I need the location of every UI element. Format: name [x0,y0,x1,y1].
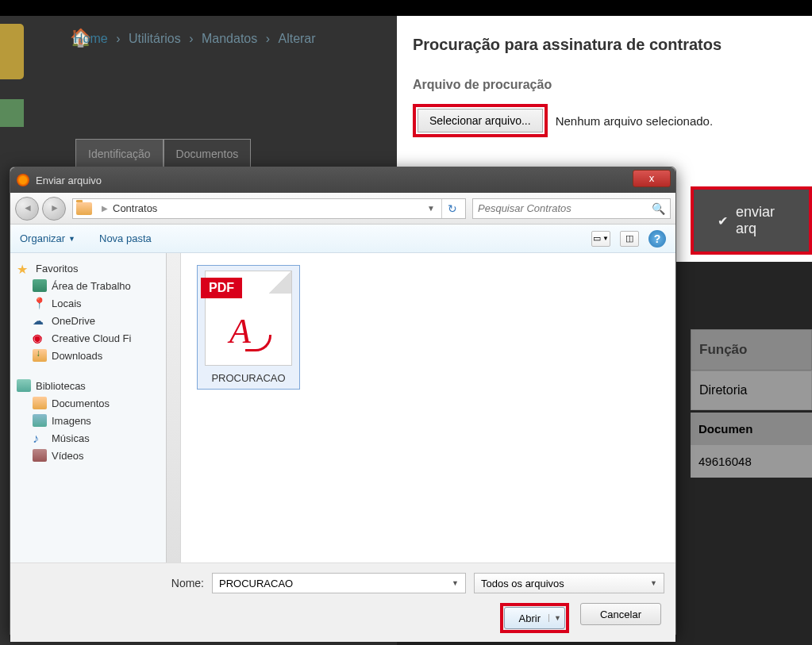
nav-path[interactable]: ▶ Contratos ▼ ↻ [72,198,466,219]
tab-documentos[interactable]: Documentos [164,139,252,169]
dialog-body: ★Favoritos Área de Trabalho 📍Locais ☁One… [10,253,675,562]
open-button[interactable]: Abrir ▼ [504,607,565,629]
page-fold-icon [269,271,291,294]
view-mode-button[interactable]: ▭▼ [591,231,610,247]
table-cell-diretoria: Diretoria [691,370,812,410]
music-icon: ♪ [33,432,47,444]
scrollbar-thumb[interactable] [168,261,179,309]
new-folder-button[interactable]: Nova pasta [99,232,152,244]
chevron-down-icon[interactable]: ▼ [452,579,459,587]
select-file-button[interactable]: Selecionar arquivo... [418,109,543,132]
sidebar-music[interactable]: ♪Músicas [13,429,177,447]
library-icon [17,379,31,392]
firefox-icon [17,174,29,186]
table-header-doc: Documen [691,413,812,445]
pdf-badge: PDF [201,278,242,298]
sidebar-videos[interactable]: Vídeos [13,447,177,464]
bg-table-funcao: Função Diretoria [691,329,812,410]
sidebar-images[interactable]: Imagens [13,412,177,429]
downloads-icon [33,349,47,362]
panel-sublabel: Arquivo de procuração [413,78,796,92]
dialog-titlebar[interactable]: Enviar arquivo x [10,167,675,193]
name-input[interactable]: PROCURACAO ▼ [212,573,466,593]
breadcrumb-l2[interactable]: Mandatos [202,32,257,45]
sidebar-bookmark [0,99,24,127]
search-icon: 🔍 [652,202,665,215]
dialog-sidebar: ★Favoritos Área de Trabalho 📍Locais ☁One… [10,253,181,562]
chevron-down-icon: ▼ [68,235,75,243]
close-button[interactable]: x [633,170,671,187]
preview-pane-button[interactable]: ◫ [620,231,639,247]
videos-icon [33,449,47,462]
enviar-label: enviar arq [736,204,785,237]
breadcrumb: Home › Utilitários › Mandatos › Alterar [71,32,318,46]
documents-icon [33,397,47,409]
adobe-a-icon: A [229,311,251,351]
tab-identificacao[interactable]: Identificação [75,139,164,169]
star-icon: ★ [17,262,31,275]
help-icon[interactable]: ? [648,230,666,248]
panel-title: Procuração para assinatura de contratos [413,36,796,54]
nav-forward-button[interactable] [42,197,66,221]
sidebar-documents[interactable]: Documentos [13,394,177,412]
sidebar-downloads[interactable]: Downloads [13,347,177,364]
sidebar-favorites[interactable]: ★Favoritos [13,259,177,277]
bg-table-documento: Documen 49616048 [691,413,812,478]
images-icon [33,414,47,427]
dialog-toolbar: Organizar ▼ Nova pasta ▭▼ ◫ ? [10,225,675,253]
file-list[interactable]: PDF A PROCURACAO [181,253,675,562]
file-status: Nenhum arquivo selecionado. [556,114,713,128]
bg-tabs: Identificação Documentos [75,139,251,169]
organize-menu[interactable]: Organizar ▼ [20,232,75,244]
sidebar-desktop[interactable]: Área de Trabalho [13,277,177,294]
split-chevron-icon[interactable]: ▼ [548,614,561,622]
path-text: Contratos [113,202,157,214]
creative-cloud-icon: ◉ [33,332,47,344]
file-item-procuracao[interactable]: PDF A PROCURACAO [197,265,300,390]
pdf-file-icon: PDF A [205,271,292,366]
refresh-button[interactable]: ↻ [441,199,462,218]
select-file-highlight: Selecionar arquivo... [413,104,548,137]
table-header-funcao: Função [691,329,812,370]
chevron-down-icon: ▼ [650,579,657,587]
enviar-button[interactable]: ✔ enviar arq [694,190,809,251]
enviar-highlight: ✔ enviar arq [691,186,812,255]
cancel-button[interactable]: Cancelar [580,603,661,625]
search-box[interactable]: 🔍 [472,198,671,219]
sidebar-locais[interactable]: 📍Locais [13,294,177,312]
nav-back-button[interactable] [15,197,39,221]
desktop-icon [33,279,47,292]
breadcrumb-l3: Alterar [278,32,315,45]
open-highlight: Abrir ▼ [500,603,569,633]
file-select-row: Selecionar arquivo... Nenhum arquivo sel… [413,104,796,137]
file-dialog: Enviar arquivo x ▶ Contratos ▼ ↻ 🔍 Organ… [10,167,676,635]
sidebar-onedrive[interactable]: ☁OneDrive [13,312,177,329]
breadcrumb-l1[interactable]: Utilitários [129,32,181,45]
file-type-select[interactable]: Todos os arquivos ▼ [474,573,664,593]
file-name: PROCURACAO [202,372,294,384]
check-icon: ✔ [718,213,728,228]
table-cell-docnum: 49616048 [691,445,812,478]
brand-badge [0,24,24,79]
sidebar-libraries[interactable]: Bibliotecas [13,377,177,394]
pin-icon: 📍 [33,297,47,309]
sidebar-creativecloud[interactable]: ◉Creative Cloud Fi [13,329,177,347]
dialog-nav: ▶ Contratos ▼ ↻ 🔍 [10,193,675,225]
dialog-bottom: Nome: PROCURACAO ▼ Todos os arquivos ▼ A… [10,562,675,642]
path-separator-icon: ▶ [102,204,108,213]
dialog-title: Enviar arquivo [36,175,102,186]
search-input[interactable] [478,202,652,214]
cloud-icon: ☁ [33,314,47,327]
breadcrumb-home[interactable]: Home [74,32,108,45]
name-label: Nome: [21,577,204,589]
path-dropdown-icon[interactable]: ▼ [421,204,441,213]
folder-icon [76,202,92,215]
